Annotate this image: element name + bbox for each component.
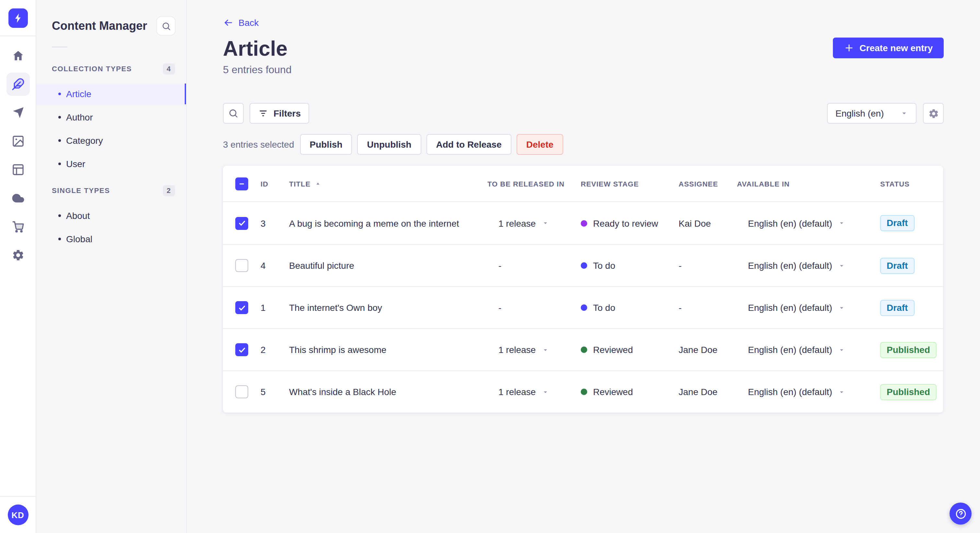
gear-icon[interactable] (6, 244, 30, 267)
back-link[interactable]: Back (223, 17, 944, 28)
view-settings-gear-icon[interactable] (923, 103, 944, 124)
layout-icon[interactable] (6, 158, 30, 181)
cell-release-dropdown[interactable]: 1 release (487, 344, 581, 355)
cell-review-stage: Reviewed (581, 344, 679, 355)
column-header-title[interactable]: TITLE (289, 180, 487, 187)
sidebar-item-user[interactable]: User (36, 154, 186, 174)
sidebar-item-author[interactable]: Author (36, 107, 186, 128)
cell-review-stage: Ready to review (581, 218, 679, 228)
select-all-checkbox[interactable] (235, 177, 248, 190)
sidebar-item-global[interactable]: Global (36, 228, 186, 249)
column-header-release: TO BE RELEASED IN (487, 180, 581, 187)
feather-content-icon[interactable] (6, 73, 30, 96)
search-icon[interactable] (223, 103, 244, 124)
row-checkbox[interactable] (235, 301, 248, 314)
chevron-down-icon (838, 262, 845, 269)
strapi-logo-icon[interactable] (8, 8, 27, 28)
collection-types-count-badge: 4 (163, 63, 175, 74)
cart-icon[interactable] (6, 215, 30, 238)
chevron-down-icon (541, 346, 549, 353)
cell-locale-dropdown[interactable]: English (en) (default) (737, 387, 880, 397)
cell-title: Beautiful picture (289, 260, 487, 271)
table-row[interactable]: 5 What's inside a Black Hole 1 release R… (223, 370, 943, 412)
cell-review-stage: To do (581, 303, 679, 313)
bullet-icon (58, 214, 61, 217)
sidebar-item-label: Author (66, 112, 93, 122)
column-header-id: ID (261, 180, 289, 187)
cell-assignee: Jane Doe (679, 344, 737, 355)
cell-release-dropdown: - (487, 303, 581, 313)
cell-id: 5 (261, 387, 289, 397)
table-row[interactable]: 3 A bug is becoming a meme on the intern… (223, 202, 943, 244)
cell-assignee: Kai Doe (679, 218, 737, 228)
user-avatar[interactable]: KD (8, 504, 28, 525)
filter-icon (258, 108, 268, 119)
cell-title: A bug is becoming a meme on the internet (289, 218, 487, 228)
search-icon[interactable] (156, 16, 176, 36)
send-icon[interactable] (6, 101, 30, 124)
sidebar-item-label: Article (66, 89, 91, 99)
release-value: 1 release (498, 218, 536, 228)
cloud-icon[interactable] (6, 187, 30, 210)
app-window: KD Content Manager COLLECTION TYPES 4 Ar… (0, 0, 980, 533)
locale-value: English (en) (default) (748, 387, 832, 397)
cell-release-dropdown[interactable]: 1 release (487, 387, 581, 397)
media-library-icon[interactable] (6, 130, 30, 153)
status-badge: Draft (880, 300, 914, 316)
cell-assignee: Jane Doe (679, 387, 737, 397)
cell-release-dropdown[interactable]: 1 release (487, 218, 581, 228)
cell-locale-dropdown[interactable]: English (en) (default) (737, 344, 880, 355)
cell-assignee: - (679, 260, 737, 271)
bullet-icon (58, 93, 61, 95)
publish-button[interactable]: Publish (300, 134, 352, 155)
cell-locale-dropdown[interactable]: English (en) (default) (737, 218, 880, 228)
cell-id: 4 (261, 260, 289, 271)
column-header-stage: REVIEW STAGE (581, 180, 679, 187)
single-types-count-badge: 2 (163, 185, 175, 196)
release-value: 1 release (498, 344, 536, 355)
locale-value: English (en) (default) (748, 218, 832, 228)
column-header-available: AVAILABLE IN (737, 180, 880, 187)
chevron-down-icon (838, 304, 845, 311)
sort-asc-icon (314, 180, 321, 187)
cell-locale-dropdown[interactable]: English (en) (default) (737, 303, 880, 313)
create-new-entry-button[interactable]: Create new entry (833, 38, 944, 58)
row-checkbox[interactable] (235, 217, 248, 230)
cell-status: Draft (880, 257, 943, 274)
locale-select[interactable]: English (en) (827, 103, 916, 124)
single-types-label: SINGLE TYPES (52, 187, 110, 194)
help-icon[interactable] (950, 503, 972, 525)
delete-button[interactable]: Delete (517, 134, 563, 155)
unpublish-button[interactable]: Unpublish (358, 134, 421, 155)
row-checkbox[interactable] (235, 385, 248, 398)
cell-status: Published (880, 384, 943, 400)
table-header-row: ID TITLE TO BE RELEASED IN REVIEW STAGE … (223, 166, 943, 202)
main-content: Back Article Create new entry 5 entries … (187, 0, 980, 533)
create-new-entry-label: Create new entry (859, 43, 933, 53)
table-row[interactable]: 4 Beautiful picture - To do - English (e… (223, 244, 943, 286)
collection-types-label: COLLECTION TYPES (52, 65, 132, 73)
cell-title: This shrimp is awesome (289, 344, 487, 355)
cell-status: Draft (880, 300, 943, 316)
home-icon[interactable] (6, 44, 30, 67)
add-to-release-button[interactable]: Add to Release (426, 134, 511, 155)
row-checkbox[interactable] (235, 343, 248, 356)
stage-label: Reviewed (593, 344, 633, 355)
back-arrow-icon (223, 17, 233, 28)
table-row[interactable]: 1 The internet's Own boy - To do - Engli… (223, 286, 943, 328)
cell-locale-dropdown[interactable]: English (en) (default) (737, 260, 880, 271)
plus-icon (844, 43, 854, 53)
table-row[interactable]: 2 This shrimp is awesome 1 release Revie… (223, 328, 943, 370)
row-checkbox[interactable] (235, 259, 248, 272)
cell-title: The internet's Own boy (289, 303, 487, 313)
stage-label: Reviewed (593, 387, 633, 397)
cell-assignee: - (679, 303, 737, 313)
sidebar-item-about[interactable]: About (36, 205, 186, 226)
filters-button[interactable]: Filters (250, 103, 309, 124)
chevron-down-icon (838, 219, 845, 227)
chevron-down-icon (541, 388, 549, 395)
sidebar-item-article[interactable]: Article (36, 84, 186, 104)
stage-dot-icon (581, 346, 587, 353)
cell-id: 2 (261, 344, 289, 355)
sidebar-item-category[interactable]: Category (36, 130, 186, 151)
